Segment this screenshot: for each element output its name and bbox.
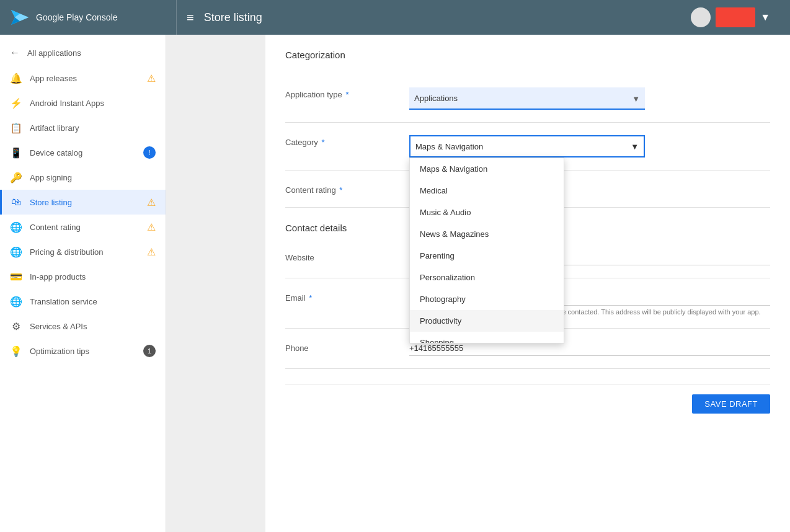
back-arrow-icon: ←	[10, 47, 20, 58]
translation-icon: 🌐	[10, 295, 22, 308]
application-type-field: Applications ▼	[409, 87, 770, 110]
application-type-select[interactable]: Applications	[409, 87, 645, 110]
sidebar-item-app-signing[interactable]: 🔑 App signing	[0, 165, 166, 190]
dropdown-item-photography[interactable]: Photography	[410, 288, 564, 310]
required-star: *	[345, 90, 348, 99]
sidebar-item-label: In-app products	[30, 272, 156, 282]
logo-icon	[10, 7, 30, 27]
services-apis-icon: ⚙	[10, 320, 22, 332]
sidebar-item-content-rating[interactable]: 🌐 Content rating ⚠	[0, 215, 166, 239]
sidebar-item-label: Translation service	[30, 297, 156, 306]
content-rating-label: Content rating *	[285, 183, 409, 195]
email-label: Email *	[285, 291, 409, 316]
avatar[interactable]	[691, 7, 711, 27]
dropdown-arrow-icon: ▼	[631, 142, 639, 151]
required-star: *	[309, 293, 312, 303]
back-label: All applications	[27, 48, 81, 58]
category-dropdown-trigger[interactable]: Maps & Navigation ▼	[409, 135, 645, 157]
sidebar-item-android-instant[interactable]: ⚡ Android Instant Apps	[0, 91, 166, 115]
header: Google Play Console ≡ Store listing ▼	[0, 0, 790, 35]
artifact-library-icon: 📋	[10, 122, 22, 134]
warning-badge: ⚠	[147, 73, 156, 84]
blue-badge: !	[143, 146, 156, 159]
phone-label: Phone	[285, 341, 409, 356]
dropdown-item-music[interactable]: Music & Audio	[410, 202, 564, 223]
application-type-label: Application type *	[285, 87, 409, 110]
app-releases-icon: 🔔	[10, 72, 22, 84]
header-title: Store listing	[204, 11, 691, 24]
required-star: *	[339, 185, 342, 195]
category-dropdown-menu: Maps & Navigation Medical Music & Audio …	[409, 157, 564, 344]
sidebar-item-label: Android Instant Apps	[30, 99, 156, 108]
sidebar-item-label: Optimization tips	[30, 347, 143, 356]
application-type-row: Application type * Applications ▼	[285, 75, 770, 123]
layout: ← All applications 🔔 App releases ⚠ ⚡ An…	[0, 35, 790, 532]
content-rating-icon: 🌐	[10, 221, 22, 233]
sidebar-item-label: App releases	[30, 74, 147, 83]
dropdown-item-productivity[interactable]: Productivity	[410, 310, 564, 332]
device-catalog-icon: 📱	[10, 146, 22, 159]
header-dropdown-arrow[interactable]: ▼	[760, 12, 770, 23]
header-actions: ▼	[691, 7, 770, 27]
sidebar-item-label: Store listing	[30, 198, 147, 207]
warning-badge: ⚠	[147, 221, 156, 233]
sidebar: ← All applications 🔔 App releases ⚠ ⚡ An…	[0, 35, 166, 532]
dropdown-item-news[interactable]: News & Magazines	[410, 223, 564, 245]
in-app-products-icon: 💳	[10, 270, 22, 283]
header-red-button[interactable]	[716, 7, 755, 27]
store-listing-icon: 🛍	[10, 196, 22, 208]
category-field: Maps & Navigation ▼ Maps & Navigation Me…	[409, 135, 770, 157]
sidebar-item-app-releases[interactable]: 🔔 App releases ⚠	[0, 66, 166, 91]
left-panel	[166, 35, 265, 532]
application-type-select-wrapper: Applications ▼	[409, 87, 645, 110]
sidebar-item-translation[interactable]: 🌐 Translation service	[0, 289, 166, 314]
pricing-icon: 🌐	[10, 246, 22, 258]
content-area: Categorization Application type * Applic…	[265, 35, 790, 532]
sidebar-item-pricing[interactable]: 🌐 Pricing & distribution ⚠	[0, 239, 166, 264]
footer-row: SAVE DRAFT	[285, 384, 770, 423]
main-content: Categorization Application type * Applic…	[166, 35, 790, 532]
sidebar-item-services-apis[interactable]: ⚙ Services & APIs	[0, 314, 166, 339]
warning-badge: ⚠	[147, 246, 156, 258]
dropdown-item-personalization[interactable]: Personalization	[410, 267, 564, 288]
logo-text: Google Play Console	[36, 12, 118, 22]
category-selected-value: Maps & Navigation	[415, 142, 483, 151]
dark-badge: 1	[143, 345, 156, 357]
hamburger-icon[interactable]: ≡	[187, 11, 194, 25]
android-instant-icon: ⚡	[10, 97, 22, 109]
sidebar-back-button[interactable]: ← All applications	[0, 40, 166, 66]
warning-badge: ⚠	[147, 197, 156, 208]
categorization-title: Categorization	[285, 50, 770, 60]
sidebar-item-artifact-library[interactable]: 📋 Artifact library	[0, 115, 166, 140]
dropdown-item-maps[interactable]: Maps & Navigation	[410, 158, 564, 180]
header-right: ≡ Store listing ▼	[177, 7, 780, 27]
dropdown-item-parenting[interactable]: Parenting	[410, 245, 564, 267]
sidebar-item-label: Content rating	[30, 223, 147, 232]
sidebar-item-label: Artifact library	[30, 123, 156, 133]
sidebar-item-optimization[interactable]: 💡 Optimization tips 1	[0, 339, 166, 363]
optimization-icon: 💡	[10, 345, 22, 357]
sidebar-item-device-catalog[interactable]: 📱 Device catalog !	[0, 140, 166, 165]
sidebar-item-store-listing[interactable]: 🛍 Store listing ⚠	[0, 190, 166, 215]
category-row: Category * Maps & Navigation ▼ Maps & Na…	[285, 123, 770, 171]
dropdown-item-medical[interactable]: Medical	[410, 180, 564, 202]
sidebar-item-label: App signing	[30, 173, 156, 182]
save-draft-button[interactable]: SAVE DRAFT	[692, 394, 770, 414]
app-signing-icon: 🔑	[10, 171, 22, 184]
website-label: Website	[285, 250, 409, 265]
dropdown-item-shopping[interactable]: Shopping	[410, 332, 564, 344]
logo: Google Play Console	[10, 7, 176, 27]
category-label: Category *	[285, 135, 409, 147]
sidebar-item-in-app-products[interactable]: 💳 In-app products	[0, 264, 166, 289]
sidebar-item-label: Device catalog	[30, 148, 143, 157]
required-star: *	[321, 138, 324, 147]
sidebar-item-label: Pricing & distribution	[30, 247, 147, 257]
sidebar-item-label: Services & APIs	[30, 322, 156, 331]
category-dropdown-container: Maps & Navigation ▼ Maps & Navigation Me…	[409, 135, 770, 157]
